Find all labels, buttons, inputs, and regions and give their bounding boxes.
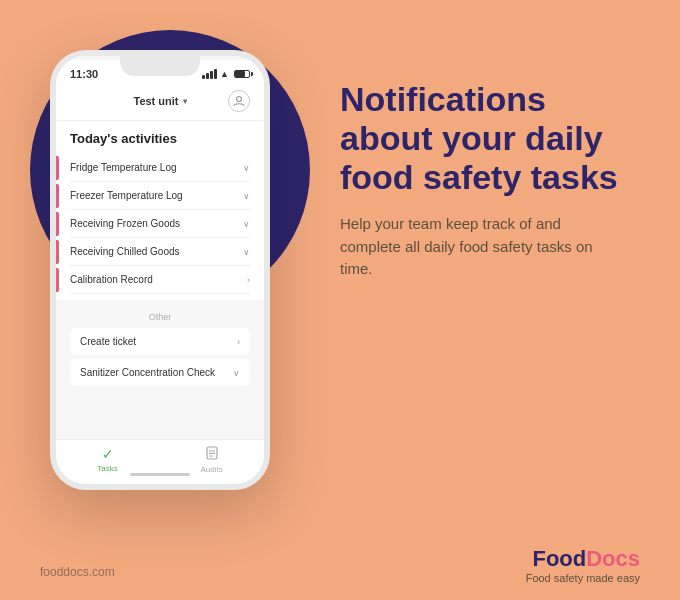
phone-frame: 11:30 ▲ Test	[50, 50, 270, 490]
audits-label: Audits	[200, 465, 222, 474]
activity-item-freezer[interactable]: Freezer Temperature Log ∨	[70, 182, 250, 210]
nav-tasks[interactable]: ✓ Tasks	[97, 446, 117, 474]
headline-line1: Notifications	[340, 80, 546, 118]
other-item-sanitizer[interactable]: Sanitizer Concentration Check ∨	[70, 359, 250, 386]
battery-icon	[234, 70, 250, 78]
headline-line3: food safety tasks	[340, 158, 618, 196]
fridge-chevron-icon: ∨	[243, 163, 250, 173]
status-icons: ▲	[202, 69, 250, 79]
phone-screen: 11:30 ▲ Test	[56, 56, 264, 484]
status-time: 11:30	[70, 68, 98, 80]
signal-bar-3	[210, 71, 213, 79]
activity-label-frozen: Receiving Frozen Goods	[70, 218, 180, 229]
sub-text: Help your team keep track of and complet…	[340, 213, 600, 281]
signal-bar-2	[206, 73, 209, 79]
activity-item-frozen[interactable]: Receiving Frozen Goods ∨	[70, 210, 250, 238]
activities-title: Today's activities	[70, 131, 250, 146]
headline-line2: about your daily	[340, 119, 603, 157]
brand-name-accent: Docs	[586, 546, 640, 571]
home-indicator	[130, 473, 190, 476]
main-headline: Notifications about your daily food safe…	[340, 80, 640, 197]
unit-name: Test unit	[133, 95, 178, 107]
chilled-chevron-icon: ∨	[243, 247, 250, 257]
ticket-chevron-icon: ›	[237, 337, 240, 347]
other-section: Other Create ticket › Sanitizer Concentr…	[56, 300, 264, 386]
tasks-icon: ✓	[102, 446, 114, 462]
footer-right: FoodDocs Food safety made easy	[526, 546, 640, 584]
activity-label-freezer: Freezer Temperature Log	[70, 190, 183, 201]
frozen-chevron-icon: ∨	[243, 219, 250, 229]
nav-audits[interactable]: Audits	[200, 446, 222, 474]
phone-mockup: 11:30 ▲ Test	[50, 50, 270, 490]
freezer-chevron-icon: ∨	[243, 191, 250, 201]
other-item-ticket[interactable]: Create ticket ›	[70, 328, 250, 355]
footer-left: fooddocs.com	[40, 562, 115, 580]
signal-bar-1	[202, 75, 205, 79]
phone-header: Test unit ▾	[56, 84, 264, 121]
activity-label-calibration: Calibration Record	[70, 274, 153, 285]
activity-item-chilled[interactable]: Receiving Chilled Goods ∨	[70, 238, 250, 266]
audits-icon	[205, 446, 219, 463]
unit-selector[interactable]: Test unit ▾	[133, 95, 186, 107]
sanitizer-chevron-icon: ∨	[233, 368, 240, 378]
activity-label-fridge: Fridge Temperature Log	[70, 162, 177, 173]
chevron-down-icon: ▾	[183, 97, 187, 106]
activity-item-calibration[interactable]: Calibration Record ›	[70, 266, 250, 294]
wifi-icon: ▲	[220, 69, 229, 79]
sanitizer-label: Sanitizer Concentration Check	[80, 367, 215, 378]
activities-section: Today's activities Fridge Temperature Lo…	[56, 121, 264, 300]
profile-icon[interactable]	[228, 90, 250, 112]
calibration-chevron-icon: ›	[247, 275, 250, 285]
signal-bar-4	[214, 69, 217, 79]
phone-notch	[120, 56, 200, 76]
activity-label-chilled: Receiving Chilled Goods	[70, 246, 180, 257]
other-label: Other	[70, 308, 250, 328]
bottom-nav: ✓ Tasks Audits	[56, 439, 264, 484]
website-text: fooddocs.com	[40, 565, 115, 579]
activity-item-fridge[interactable]: Fridge Temperature Log ∨	[70, 154, 250, 182]
tasks-label: Tasks	[97, 464, 117, 473]
brand-name: FoodDocs	[526, 546, 640, 572]
brand-tagline: Food safety made easy	[526, 572, 640, 584]
right-content: Notifications about your daily food safe…	[340, 80, 640, 281]
svg-point-0	[236, 97, 241, 102]
ticket-label: Create ticket	[80, 336, 136, 347]
